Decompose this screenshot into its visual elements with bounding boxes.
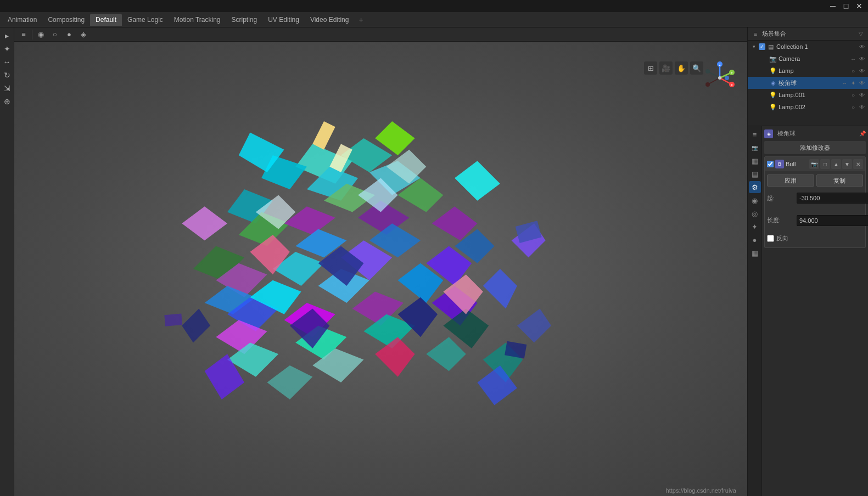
lingjiqiu-restrict-icon[interactable]: ↔: [841, 79, 848, 87]
modifier-card: B Bull 📷 □ ▲ ▼ ✕ 应用 复制: [764, 156, 866, 248]
move-icon[interactable]: ↔: [1, 56, 13, 68]
lamp001-right-icons: ○ 👁: [849, 91, 866, 99]
properties-content: ◈ 棱角球 📌 添加修改器 B Bull 📷 □ ▲ ▼: [762, 126, 868, 496]
viewport-shading-wire[interactable]: ○: [49, 29, 61, 41]
camera-eye-icon[interactable]: 👁: [858, 55, 866, 63]
add-modifier-button[interactable]: 添加修改器: [764, 141, 866, 154]
modifier-reverse-checkbox[interactable]: [767, 235, 774, 242]
hand-tool-icon[interactable]: ✋: [675, 61, 688, 75]
lamp002-eye-icon[interactable]: 👁: [858, 103, 866, 111]
modifier-up-btn[interactable]: ▲: [831, 159, 841, 169]
prop-texture-icon[interactable]: ▦: [749, 247, 761, 259]
zoom-icon[interactable]: 🔍: [690, 61, 703, 75]
close-button[interactable]: ✕: [855, 2, 864, 10]
tab-default[interactable]: Default: [90, 14, 122, 26]
lamp001-name: Lamp.001: [779, 92, 848, 98]
tab-scripting[interactable]: Scripting: [226, 14, 263, 26]
modifier-apply-btn[interactable]: 应用: [767, 174, 814, 187]
svg-rect-58: [164, 313, 182, 326]
lamp001-eye-icon[interactable]: 👁: [858, 91, 866, 99]
modifier-down-btn[interactable]: ▼: [842, 159, 852, 169]
collection1-checkbox[interactable]: ✓: [759, 43, 765, 50]
viewport[interactable]: ▸ ✦ ↔ ↻ ⇲ ⊕ ≡ ◉ ○ ● ◈: [0, 27, 747, 496]
modifier-reverse-label: 反向: [776, 234, 788, 243]
viewport-menu-icon[interactable]: ≡: [18, 29, 30, 41]
transform-icon[interactable]: ⊕: [1, 95, 13, 108]
camera-view-icon[interactable]: 🎥: [659, 61, 673, 75]
viewport-shading-solid[interactable]: ◉: [35, 29, 47, 41]
lingjiqiu-eye-icon[interactable]: 👁: [858, 79, 866, 87]
modifier-camera-btn[interactable]: 📷: [809, 159, 819, 169]
outliner-camera[interactable]: ▸ 📷 Camera ↔ 👁: [748, 53, 868, 65]
tab-compositing[interactable]: Compositing: [42, 14, 90, 26]
collection1-name: Collection 1: [776, 43, 857, 50]
collection1-icon: ▤: [766, 42, 775, 51]
lingjiqiu-right-icons: ↔ ✦ 👁: [841, 79, 866, 87]
modifier-start-value[interactable]: [797, 193, 868, 204]
outliner-filter-icon[interactable]: ▽: [857, 30, 865, 38]
properties-sidebar: ≡ 📷 ▦ ▤ ⚙ ◉ ◎ ✦ ● ▦: [748, 126, 762, 496]
lamp002-icon: 💡: [769, 103, 777, 111]
outliner-lingjiqiu[interactable]: ▸ ◈ 棱角球 ↔ ✦ 👁: [748, 77, 868, 89]
prop-output-icon[interactable]: ▦: [749, 155, 761, 167]
tab-motion-tracking[interactable]: Motion Tracking: [169, 14, 226, 26]
select-icon[interactable]: ▸: [1, 30, 13, 42]
prop-view-layer-icon[interactable]: ▤: [749, 168, 761, 180]
svg-marker-36: [182, 308, 210, 342]
camera-restrict-icon[interactable]: ↔: [849, 55, 857, 63]
prop-particles-icon[interactable]: ◉: [749, 194, 761, 206]
svg-marker-53: [455, 161, 500, 200]
modifier-start-row: 起: 随机: [767, 190, 863, 206]
lamp002-restrict-icon[interactable]: ○: [849, 103, 857, 111]
outliner-header-icon: ≡: [751, 30, 760, 38]
viewport-nav-icons: ⊞ 🎥 ✋ 🔍: [644, 61, 703, 75]
modifier-close-btn[interactable]: ✕: [853, 159, 863, 169]
tab-animation[interactable]: Animation: [2, 14, 42, 26]
collection1-eye-icon[interactable]: 👁: [858, 43, 866, 50]
prop-constraints-icon[interactable]: ✦: [749, 221, 761, 233]
modifier-enable-checkbox[interactable]: [767, 161, 774, 167]
rotate-icon[interactable]: ↻: [1, 69, 13, 81]
prop-scene-icon[interactable]: ≡: [749, 128, 761, 140]
scale-icon[interactable]: ⇲: [1, 82, 13, 94]
prop-material-icon[interactable]: ●: [749, 234, 761, 246]
prop-physics-icon[interactable]: ◎: [749, 207, 761, 219]
minimize-button[interactable]: ─: [828, 2, 837, 10]
outliner-lamp002[interactable]: ▸ 💡 Lamp.002 ○ 👁: [748, 101, 868, 113]
camera-right-icons: ↔ 👁: [849, 55, 866, 63]
outliner-lamp001[interactable]: ▸ 💡 Lamp.001 ○ 👁: [748, 89, 868, 101]
viewport-shading-render[interactable]: ◈: [77, 29, 89, 41]
svg-marker-59: [312, 121, 335, 150]
maximize-button[interactable]: □: [842, 2, 850, 10]
viewport-toolbar: ≡ ◉ ○ ● ◈: [14, 27, 747, 42]
modifier-body: 应用 复制 起: 随机 长度: 随机种:: [765, 171, 865, 247]
collection1-arrow[interactable]: ▾: [750, 43, 758, 50]
outliner-lamp[interactable]: ▸ 💡 Lamp ○ 👁: [748, 65, 868, 77]
viewport-shading-material[interactable]: ●: [63, 29, 75, 41]
grid-view-icon[interactable]: ⊞: [644, 61, 657, 75]
lamp-name: Lamp: [779, 67, 848, 74]
modifier-buttons: 📷 □ ▲ ▼ ✕: [809, 159, 863, 169]
add-tab-button[interactable]: +: [354, 13, 367, 26]
modifier-render-btn[interactable]: □: [820, 159, 830, 169]
prop-modifiers-icon[interactable]: ⚙: [749, 181, 761, 193]
modifier-length-value[interactable]: [797, 215, 868, 226]
svg-marker-54: [182, 206, 227, 240]
tweak-icon[interactable]: ✦: [1, 43, 13, 55]
tab-game-logic[interactable]: Game Logic: [122, 14, 169, 26]
modifier-copy-btn[interactable]: 复制: [816, 174, 864, 187]
lamp-restrict-icon[interactable]: ○: [849, 67, 857, 75]
outliner-collection1[interactable]: ▾ ✓ ▤ Collection 1 👁: [748, 41, 868, 53]
svg-marker-40: [267, 365, 313, 399]
lamp001-restrict-icon[interactable]: ○: [849, 91, 857, 99]
viewport-canvas: ⊞ 🎥 ✋ 🔍 Z X Y: [14, 42, 747, 496]
tab-video-editing[interactable]: Video Editing: [305, 14, 355, 26]
svg-point-71: [705, 69, 710, 74]
lingjiqiu-particles-icon[interactable]: ✦: [849, 79, 857, 87]
prop-pin-icon[interactable]: 📌: [859, 131, 866, 137]
prop-render-icon[interactable]: 📷: [749, 142, 761, 154]
properties-panel: ≡ 📷 ▦ ▤ ⚙ ◉ ◎ ✦ ● ▦ ◈ 棱角球 📌 添加修改器: [748, 126, 868, 496]
tab-uv-editing[interactable]: UV Editing: [262, 14, 305, 26]
axis-gizmo[interactable]: Z X Y: [703, 61, 736, 94]
lamp-eye-icon[interactable]: 👁: [858, 67, 866, 75]
